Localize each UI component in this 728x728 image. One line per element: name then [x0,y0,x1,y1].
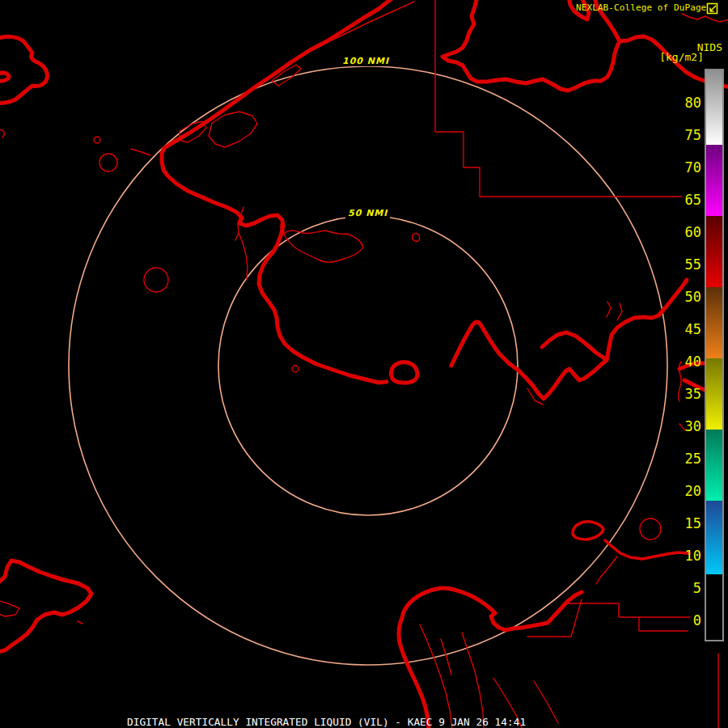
scale-tick: 50 [674,290,701,304]
color-scale-bar [705,69,724,641]
range-rings [69,66,667,665]
upper-left-island [0,36,47,103]
scale-tick: 15 [674,516,701,531]
scale-tick: 60 [674,225,701,239]
scale-tick: 45 [674,322,701,336]
product-title: DIGITAL VERTICALLY INTEGRATED LIQUID (VI… [127,716,526,728]
county-boundary-staircase-south [566,603,690,631]
small-lake-5 [292,366,298,372]
range-ring-label-50nmi: 50 NMI [345,208,390,218]
header-title: NEXLAB-College of DuPage [576,2,706,13]
scale-tick: 35 [674,387,701,401]
small-lake-2 [99,154,117,171]
bay-fjord-lines [420,624,484,728]
left-edge-squiggle [0,129,4,138]
scale-tick: 70 [674,160,701,175]
scale-tick: 55 [674,257,701,272]
small-lake-3 [144,268,168,292]
small-lake-1 [94,137,100,143]
range-ring-100nmi [69,66,667,665]
scale-tick: 40 [674,354,701,369]
scale-tick: 25 [674,451,701,466]
scale-tick: 0 [674,613,701,628]
bay-right-thin-lines [493,599,582,728]
coast-zigzag [451,322,509,366]
map-boundary-lines [0,0,728,728]
scale-tick: 75 [674,128,701,142]
scale-tick: 5 [674,581,701,595]
boundary-topright-corner [682,14,728,22]
small-lake-4 [640,518,661,540]
units-label: [kg/m2] [641,51,704,63]
range-ring-50nmi [218,216,518,515]
river-spurs [607,302,622,320]
bay-dome [402,588,582,630]
pond-cluster [391,362,417,383]
radar-display: NEXLAB-College of DuPage NIDS [kg/m2] 80… [0,0,728,728]
scale-tick: 20 [674,484,701,498]
small-island-southeast [573,522,603,540]
scale-tick: 30 [674,419,701,434]
coast-whiskers [131,149,150,155]
scale-tick: 10 [674,548,701,563]
scale-tick: 80 [674,95,701,110]
island-se-detail [596,557,617,584]
river-west-fork [542,332,607,360]
lake-outline [281,220,420,262]
coastlines [0,0,728,728]
cod-weather-vane-icon [706,2,719,19]
barrier-islands [180,65,301,147]
scale-tick: 65 [674,193,701,207]
range-ring-label-100nmi: 100 NMI [340,56,392,66]
radar-map-canvas [0,0,728,728]
